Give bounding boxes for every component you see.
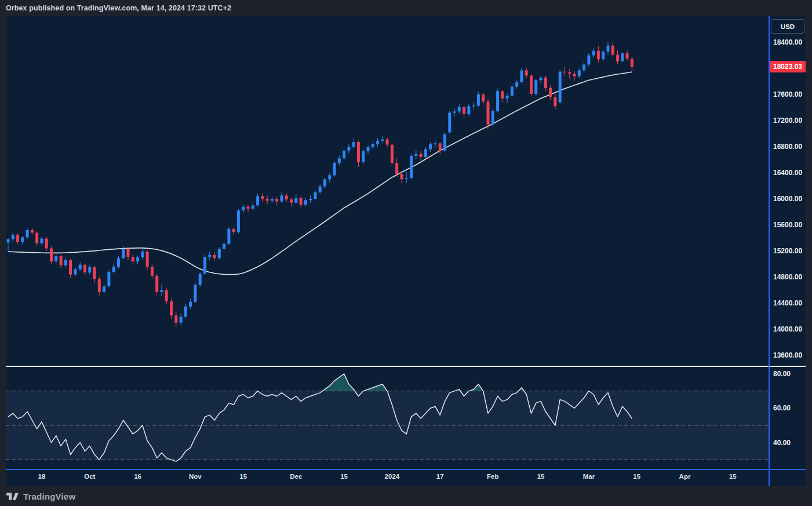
candle-body: [252, 205, 254, 209]
candle-body: [487, 101, 490, 124]
time-tick-label: 15: [633, 473, 640, 480]
candle-body: [285, 195, 288, 199]
price-tick-label: 16800.00: [773, 142, 802, 151]
candle-body: [74, 270, 77, 275]
candle-body: [357, 142, 360, 162]
candle-body: [122, 249, 125, 259]
candle-body: [41, 239, 43, 243]
candle-body: [549, 88, 552, 97]
candle-body: [93, 267, 96, 279]
tradingview-published-chart: Orbex published on TradingView.com, Mar …: [0, 0, 812, 506]
price-tick-label: 18400.00: [773, 38, 802, 47]
candle-body: [405, 178, 408, 179]
candle-body: [540, 78, 542, 81]
price-tick-label: 16000.00: [773, 194, 802, 203]
candle-body: [54, 256, 57, 261]
time-axis-border: [6, 469, 806, 470]
candle-body: [256, 196, 259, 206]
candle-body: [7, 239, 10, 243]
candle-body: [309, 199, 312, 200]
candle-body: [170, 301, 173, 316]
candle-body: [616, 54, 619, 61]
candle-body: [180, 317, 183, 323]
candle-body: [161, 290, 163, 292]
time-tick-label: 16: [134, 473, 141, 480]
candle-body: [496, 91, 499, 111]
tradingview-brand-label[interactable]: TradingView: [23, 492, 75, 501]
candle-body: [319, 187, 322, 192]
time-tick-label: Mar: [583, 473, 595, 480]
price-chart-canvas[interactable]: [6, 16, 769, 366]
candle-body: [414, 154, 417, 155]
price-tick-label: 15600.00: [773, 220, 802, 230]
candle-body: [328, 176, 331, 180]
candle-body: [376, 141, 379, 144]
candle-body: [151, 267, 154, 276]
rsi-tick-label: 80.00: [773, 369, 791, 378]
candle-body: [26, 230, 29, 237]
candle-body: [482, 94, 485, 101]
candle-body: [343, 151, 345, 159]
candle-body: [300, 198, 303, 205]
chart-frame: 18Oct16Nov15Dec15202417Feb15Mar15Apr15 U…: [6, 16, 806, 486]
candle-body: [146, 252, 149, 267]
candle-body: [395, 163, 398, 174]
tradingview-logo-icon[interactable]: [6, 492, 19, 501]
candle-body: [60, 256, 63, 265]
candle-body: [544, 78, 547, 88]
candle-body: [429, 144, 432, 150]
rsi-overbought-fill: [322, 374, 355, 391]
candle-body: [400, 174, 403, 179]
candle-body: [266, 199, 269, 201]
candle-body: [525, 70, 528, 75]
candle-body: [69, 260, 72, 275]
candle-body: [424, 150, 427, 158]
currency-toggle-button[interactable]: USD: [771, 19, 804, 34]
price-tick-label: 14400.00: [773, 298, 802, 308]
candle-body: [463, 107, 465, 114]
candle-body: [223, 244, 225, 249]
candle-body: [136, 257, 139, 261]
price-tick-label: 14000.00: [773, 325, 802, 334]
candle-body: [314, 192, 316, 199]
time-tick-label: Feb: [487, 473, 498, 480]
time-tick-label: Dec: [290, 473, 302, 480]
candle-body: [568, 72, 571, 74]
candle-body: [261, 196, 264, 199]
candle-body: [372, 144, 374, 148]
candle-body: [88, 267, 91, 272]
candle-body: [381, 140, 384, 141]
candle-body: [16, 235, 19, 242]
candle-body: [12, 235, 14, 239]
price-tick-label: 13600.00: [773, 351, 802, 360]
candle-body: [141, 252, 144, 257]
candle-body: [203, 257, 206, 274]
time-tick-label: Apr: [679, 473, 691, 480]
candle-body: [107, 272, 110, 286]
rsi-chart-canvas[interactable]: [6, 367, 769, 469]
candle-body: [520, 70, 523, 82]
price-tick-label: 15200.00: [773, 246, 802, 256]
candle-body: [35, 233, 38, 243]
candle-body: [559, 72, 562, 103]
footer: TradingView: [6, 489, 75, 503]
candle-body: [491, 111, 494, 125]
candle-body: [232, 229, 235, 232]
time-axis[interactable]: 18Oct16Nov15Dec15202417Feb15Mar15Apr15: [6, 470, 769, 486]
candle-body: [199, 274, 202, 285]
candle-body: [117, 258, 120, 267]
candle-body: [563, 72, 566, 72]
candle-body: [132, 257, 134, 261]
candle-body: [338, 158, 341, 163]
candle-body: [621, 53, 624, 61]
price-axis[interactable]: USD 18023.03 18400.0017600.0017200.00168…: [770, 16, 806, 486]
time-tick-label: 15: [729, 473, 737, 480]
candle-body: [323, 179, 326, 186]
candle-body: [294, 198, 297, 203]
attribution-bar: Orbex published on TradingView.com, Mar …: [0, 0, 812, 16]
candle-body: [448, 113, 451, 133]
candle-body: [592, 51, 595, 56]
candle-body: [443, 134, 446, 151]
candle-body: [477, 94, 480, 105]
time-tick-label: Nov: [189, 473, 202, 480]
